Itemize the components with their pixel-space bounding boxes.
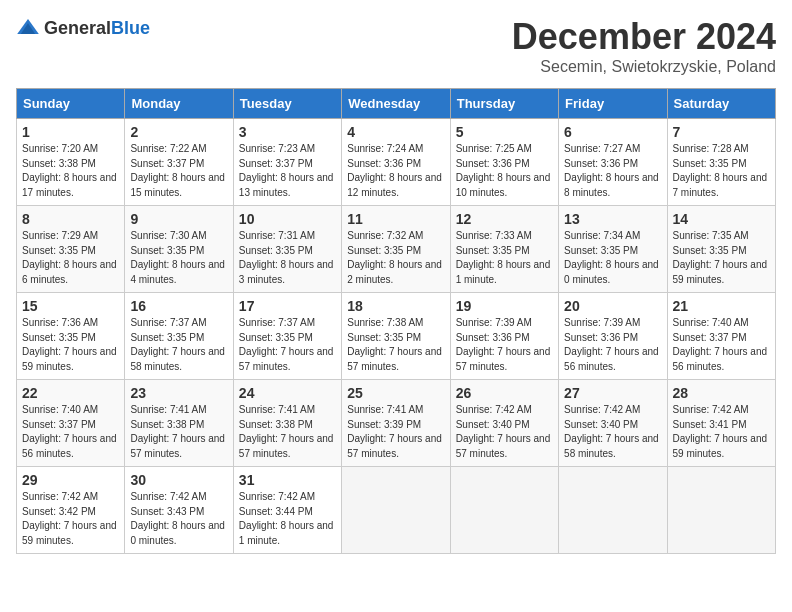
col-header-wednesday: Wednesday — [342, 89, 450, 119]
col-header-monday: Monday — [125, 89, 233, 119]
calendar-cell: 21 Sunrise: 7:40 AM Sunset: 3:37 PM Dayl… — [667, 293, 775, 380]
day-info: Sunrise: 7:41 AM Sunset: 3:38 PM Dayligh… — [239, 403, 336, 461]
day-info: Sunrise: 7:30 AM Sunset: 3:35 PM Dayligh… — [130, 229, 227, 287]
calendar-cell: 25 Sunrise: 7:41 AM Sunset: 3:39 PM Dayl… — [342, 380, 450, 467]
day-info: Sunrise: 7:28 AM Sunset: 3:35 PM Dayligh… — [673, 142, 770, 200]
day-info: Sunrise: 7:22 AM Sunset: 3:37 PM Dayligh… — [130, 142, 227, 200]
day-info: Sunrise: 7:42 AM Sunset: 3:40 PM Dayligh… — [564, 403, 661, 461]
calendar-cell: 15 Sunrise: 7:36 AM Sunset: 3:35 PM Dayl… — [17, 293, 125, 380]
calendar-cell: 28 Sunrise: 7:42 AM Sunset: 3:41 PM Dayl… — [667, 380, 775, 467]
day-info: Sunrise: 7:42 AM Sunset: 3:40 PM Dayligh… — [456, 403, 553, 461]
day-number: 8 — [22, 211, 119, 227]
day-info: Sunrise: 7:32 AM Sunset: 3:35 PM Dayligh… — [347, 229, 444, 287]
day-number: 6 — [564, 124, 661, 140]
calendar-cell: 13 Sunrise: 7:34 AM Sunset: 3:35 PM Dayl… — [559, 206, 667, 293]
calendar-cell — [342, 467, 450, 554]
day-info: Sunrise: 7:40 AM Sunset: 3:37 PM Dayligh… — [22, 403, 119, 461]
col-header-thursday: Thursday — [450, 89, 558, 119]
day-info: Sunrise: 7:42 AM Sunset: 3:43 PM Dayligh… — [130, 490, 227, 548]
calendar-cell: 16 Sunrise: 7:37 AM Sunset: 3:35 PM Dayl… — [125, 293, 233, 380]
day-number: 22 — [22, 385, 119, 401]
day-number: 3 — [239, 124, 336, 140]
title-block: December 2024 Secemin, Swietokrzyskie, P… — [512, 16, 776, 76]
calendar-cell: 4 Sunrise: 7:24 AM Sunset: 3:36 PM Dayli… — [342, 119, 450, 206]
day-info: Sunrise: 7:27 AM Sunset: 3:36 PM Dayligh… — [564, 142, 661, 200]
day-number: 14 — [673, 211, 770, 227]
page-header: GeneralBlue December 2024 Secemin, Swiet… — [16, 16, 776, 76]
calendar-cell: 26 Sunrise: 7:42 AM Sunset: 3:40 PM Dayl… — [450, 380, 558, 467]
day-number: 17 — [239, 298, 336, 314]
calendar-cell: 18 Sunrise: 7:38 AM Sunset: 3:35 PM Dayl… — [342, 293, 450, 380]
day-number: 11 — [347, 211, 444, 227]
calendar-week-row: 22 Sunrise: 7:40 AM Sunset: 3:37 PM Dayl… — [17, 380, 776, 467]
calendar-cell: 22 Sunrise: 7:40 AM Sunset: 3:37 PM Dayl… — [17, 380, 125, 467]
day-number: 10 — [239, 211, 336, 227]
logo: GeneralBlue — [16, 16, 150, 40]
day-info: Sunrise: 7:33 AM Sunset: 3:35 PM Dayligh… — [456, 229, 553, 287]
day-number: 30 — [130, 472, 227, 488]
day-number: 9 — [130, 211, 227, 227]
calendar-table: SundayMondayTuesdayWednesdayThursdayFrid… — [16, 88, 776, 554]
col-header-tuesday: Tuesday — [233, 89, 341, 119]
day-info: Sunrise: 7:24 AM Sunset: 3:36 PM Dayligh… — [347, 142, 444, 200]
day-info: Sunrise: 7:41 AM Sunset: 3:38 PM Dayligh… — [130, 403, 227, 461]
day-info: Sunrise: 7:35 AM Sunset: 3:35 PM Dayligh… — [673, 229, 770, 287]
day-number: 2 — [130, 124, 227, 140]
logo-text-general: General — [44, 18, 111, 38]
calendar-cell: 7 Sunrise: 7:28 AM Sunset: 3:35 PM Dayli… — [667, 119, 775, 206]
day-number: 31 — [239, 472, 336, 488]
day-number: 19 — [456, 298, 553, 314]
day-info: Sunrise: 7:37 AM Sunset: 3:35 PM Dayligh… — [130, 316, 227, 374]
day-info: Sunrise: 7:42 AM Sunset: 3:41 PM Dayligh… — [673, 403, 770, 461]
logo-icon — [16, 16, 40, 40]
calendar-cell — [450, 467, 558, 554]
day-number: 20 — [564, 298, 661, 314]
day-info: Sunrise: 7:39 AM Sunset: 3:36 PM Dayligh… — [456, 316, 553, 374]
location-subtitle: Secemin, Swietokrzyskie, Poland — [512, 58, 776, 76]
calendar-cell: 10 Sunrise: 7:31 AM Sunset: 3:35 PM Dayl… — [233, 206, 341, 293]
calendar-cell: 6 Sunrise: 7:27 AM Sunset: 3:36 PM Dayli… — [559, 119, 667, 206]
calendar-cell: 27 Sunrise: 7:42 AM Sunset: 3:40 PM Dayl… — [559, 380, 667, 467]
calendar-cell: 2 Sunrise: 7:22 AM Sunset: 3:37 PM Dayli… — [125, 119, 233, 206]
day-info: Sunrise: 7:23 AM Sunset: 3:37 PM Dayligh… — [239, 142, 336, 200]
day-info: Sunrise: 7:41 AM Sunset: 3:39 PM Dayligh… — [347, 403, 444, 461]
day-number: 5 — [456, 124, 553, 140]
day-number: 27 — [564, 385, 661, 401]
calendar-week-row: 1 Sunrise: 7:20 AM Sunset: 3:38 PM Dayli… — [17, 119, 776, 206]
logo-text-blue: Blue — [111, 18, 150, 38]
day-number: 13 — [564, 211, 661, 227]
month-year-title: December 2024 — [512, 16, 776, 58]
calendar-cell: 23 Sunrise: 7:41 AM Sunset: 3:38 PM Dayl… — [125, 380, 233, 467]
day-number: 24 — [239, 385, 336, 401]
day-info: Sunrise: 7:42 AM Sunset: 3:44 PM Dayligh… — [239, 490, 336, 548]
day-number: 21 — [673, 298, 770, 314]
day-number: 4 — [347, 124, 444, 140]
day-info: Sunrise: 7:36 AM Sunset: 3:35 PM Dayligh… — [22, 316, 119, 374]
calendar-cell: 14 Sunrise: 7:35 AM Sunset: 3:35 PM Dayl… — [667, 206, 775, 293]
day-number: 15 — [22, 298, 119, 314]
day-number: 25 — [347, 385, 444, 401]
calendar-cell: 3 Sunrise: 7:23 AM Sunset: 3:37 PM Dayli… — [233, 119, 341, 206]
col-header-friday: Friday — [559, 89, 667, 119]
day-info: Sunrise: 7:29 AM Sunset: 3:35 PM Dayligh… — [22, 229, 119, 287]
calendar-week-row: 8 Sunrise: 7:29 AM Sunset: 3:35 PM Dayli… — [17, 206, 776, 293]
col-header-sunday: Sunday — [17, 89, 125, 119]
calendar-cell — [667, 467, 775, 554]
calendar-cell — [559, 467, 667, 554]
calendar-cell: 17 Sunrise: 7:37 AM Sunset: 3:35 PM Dayl… — [233, 293, 341, 380]
day-info: Sunrise: 7:39 AM Sunset: 3:36 PM Dayligh… — [564, 316, 661, 374]
day-number: 29 — [22, 472, 119, 488]
day-number: 18 — [347, 298, 444, 314]
calendar-cell: 8 Sunrise: 7:29 AM Sunset: 3:35 PM Dayli… — [17, 206, 125, 293]
day-info: Sunrise: 7:31 AM Sunset: 3:35 PM Dayligh… — [239, 229, 336, 287]
day-number: 7 — [673, 124, 770, 140]
day-info: Sunrise: 7:20 AM Sunset: 3:38 PM Dayligh… — [22, 142, 119, 200]
calendar-cell: 12 Sunrise: 7:33 AM Sunset: 3:35 PM Dayl… — [450, 206, 558, 293]
day-info: Sunrise: 7:42 AM Sunset: 3:42 PM Dayligh… — [22, 490, 119, 548]
calendar-cell: 1 Sunrise: 7:20 AM Sunset: 3:38 PM Dayli… — [17, 119, 125, 206]
day-number: 23 — [130, 385, 227, 401]
col-header-saturday: Saturday — [667, 89, 775, 119]
calendar-cell: 24 Sunrise: 7:41 AM Sunset: 3:38 PM Dayl… — [233, 380, 341, 467]
calendar-cell: 19 Sunrise: 7:39 AM Sunset: 3:36 PM Dayl… — [450, 293, 558, 380]
calendar-cell: 5 Sunrise: 7:25 AM Sunset: 3:36 PM Dayli… — [450, 119, 558, 206]
